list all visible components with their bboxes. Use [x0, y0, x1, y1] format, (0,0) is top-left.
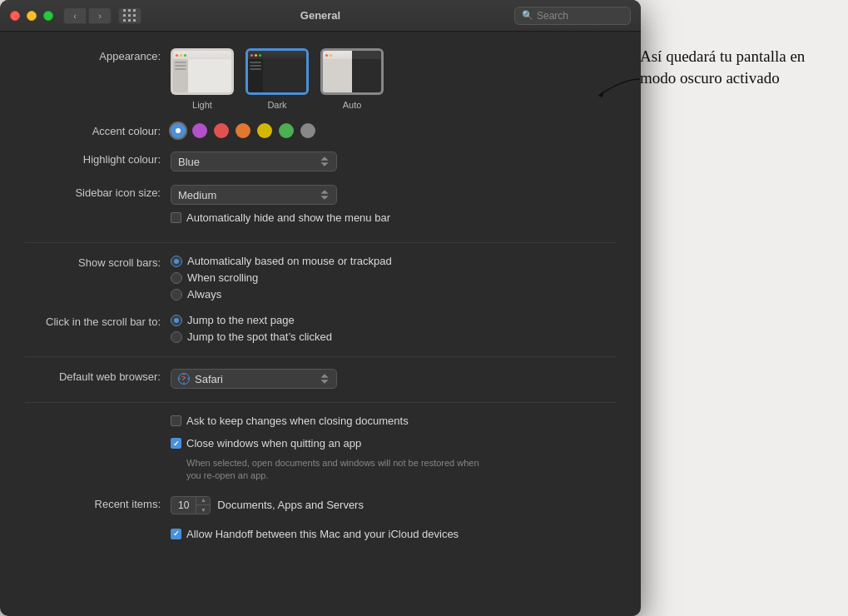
- accent-red[interactable]: [214, 123, 229, 138]
- default-browser-controls: Safari: [171, 369, 616, 389]
- thumb-dot-red: [176, 54, 178, 57]
- auto-hide-menu-label: Automatically hide and show the menu bar: [186, 211, 390, 224]
- light-thumb-main: [188, 59, 231, 95]
- maximize-button[interactable]: [43, 11, 53, 21]
- scroll-always-radio[interactable]: [171, 289, 182, 301]
- ask-keep-changes-label: Ask to keep changes when closing documen…: [186, 415, 409, 427]
- appearance-dark-label: Dark: [267, 100, 286, 110]
- scroll-when-scrolling-row: When scrolling: [171, 271, 616, 284]
- sidebar-icon-size-dropdown[interactable]: Medium: [171, 185, 337, 205]
- annotation-area: Así quedará tu pantalla en modo oscuro a…: [640, 46, 823, 88]
- show-scroll-bars-row: Show scroll bars: Automatically based on…: [25, 255, 616, 301]
- dark-thumb-dot-red: [250, 54, 253, 57]
- accent-colour-label: Accent colour:: [25, 123, 171, 137]
- forward-button[interactable]: ›: [88, 7, 112, 24]
- stepper-up[interactable]: ▲: [196, 496, 210, 505]
- safari-icon: [178, 373, 190, 385]
- handoff-controls: Allow Handoff between this Mac and your …: [171, 528, 616, 545]
- appearance-row: Appearance:: [25, 48, 616, 110]
- scroll-auto-label: Automatically based on mouse or trackpad: [187, 255, 392, 267]
- apps-grid-button[interactable]: [118, 7, 141, 24]
- dark-thumb-titlebar: [248, 51, 306, 59]
- accent-green[interactable]: [279, 123, 294, 138]
- jump-next-page-radio[interactable]: [171, 315, 182, 326]
- recent-items-row: Recent items: 10 ▲ ▼ Documents, Apps and…: [25, 496, 616, 514]
- auto-left-titlebar: [323, 51, 352, 59]
- appearance-dark-option[interactable]: Dark: [245, 48, 309, 110]
- ask-keep-changes-checkbox[interactable]: [171, 415, 181, 426]
- accent-purple[interactable]: [192, 123, 207, 138]
- close-button[interactable]: [10, 11, 20, 21]
- scroll-auto-radio[interactable]: [171, 256, 182, 267]
- highlight-colour-label: Highlight colour:: [25, 152, 171, 166]
- close-windows-helper: When selected, open documents and window…: [171, 457, 487, 483]
- handoff-checkbox-row: Allow Handoff between this Mac and your …: [171, 528, 616, 540]
- back-button[interactable]: ‹: [63, 7, 87, 24]
- ask-keep-changes-spacer: [25, 415, 171, 416]
- dropdown-arrows-icon: [320, 156, 330, 167]
- browser-value: Safari: [195, 373, 223, 385]
- jump-next-page-row: Jump to the next page: [171, 314, 616, 326]
- dark-sidebar-item-2: [250, 65, 261, 67]
- appearance-label: Appearance:: [25, 48, 171, 62]
- highlight-colour-dropdown[interactable]: Blue: [171, 152, 337, 171]
- show-scroll-bars-controls: Automatically based on mouse or trackpad…: [171, 255, 616, 301]
- jump-spot-clicked-radio[interactable]: [171, 331, 182, 343]
- close-windows-checkbox[interactable]: [171, 438, 181, 449]
- accent-colour-row: Accent colour:: [25, 123, 616, 138]
- divider-2: [25, 356, 616, 357]
- appearance-light-option[interactable]: Light: [171, 48, 234, 110]
- svg-marker-7: [320, 374, 328, 378]
- handoff-spacer: [25, 528, 171, 529]
- divider-1: [25, 242, 616, 243]
- show-scroll-bars-label: Show scroll bars:: [25, 255, 171, 269]
- search-input[interactable]: [537, 10, 623, 22]
- dark-thumb-dot-yellow: [255, 54, 257, 57]
- svg-line-6: [182, 378, 186, 380]
- auto-hide-menu-checkbox[interactable]: [171, 212, 181, 223]
- browser-dropdown-arrows: [320, 373, 330, 385]
- light-thumb-sidebar: [173, 59, 188, 95]
- scroll-when-scrolling-label: When scrolling: [187, 271, 258, 284]
- appearance-controls: Light: [171, 48, 616, 110]
- search-box[interactable]: 🔍: [514, 7, 631, 25]
- svg-marker-0: [320, 156, 328, 161]
- auto-hide-menu-row: Automatically hide and show the menu bar: [171, 211, 616, 224]
- appearance-auto-option[interactable]: Auto: [320, 48, 384, 110]
- auto-thumb-left: [323, 51, 352, 92]
- recent-items-stepper[interactable]: 10 ▲ ▼: [171, 496, 211, 514]
- svg-line-5: [181, 376, 186, 378]
- handoff-checkbox[interactable]: [171, 529, 181, 539]
- accent-graphite[interactable]: [300, 123, 315, 138]
- auto-right-titlebar: [352, 51, 381, 59]
- ask-keep-changes-row: Ask to keep changes when closing documen…: [25, 415, 616, 483]
- minimize-button[interactable]: [27, 11, 37, 21]
- system-preferences-window: ‹ › General 🔍 Appearance:: [0, 0, 641, 616]
- annotation-text: Así quedará tu pantalla en modo oscuro a…: [640, 46, 823, 88]
- nav-buttons: ‹ ›: [63, 7, 112, 24]
- appearance-options: Light: [171, 48, 616, 110]
- svg-marker-2: [320, 190, 328, 194]
- ask-keep-changes-controls: Ask to keep changes when closing documen…: [171, 415, 616, 483]
- scroll-always-row: Always: [171, 288, 616, 301]
- default-browser-dropdown[interactable]: Safari: [171, 369, 337, 389]
- stepper-down[interactable]: ▼: [196, 505, 210, 514]
- accent-orange[interactable]: [236, 123, 250, 138]
- scroll-when-scrolling-radio[interactable]: [171, 272, 182, 284]
- accent-yellow[interactable]: [257, 123, 272, 138]
- click-scroll-bar-radio-group: Jump to the next page Jump to the spot t…: [171, 314, 616, 343]
- grid-icon: [123, 9, 136, 22]
- window-title: General: [300, 9, 340, 22]
- accent-colour-controls: [171, 123, 616, 138]
- thumb-dot-green: [184, 54, 186, 57]
- sidebar-item-3: [175, 68, 186, 70]
- svg-marker-3: [320, 196, 328, 200]
- dark-thumb-main: [263, 59, 306, 95]
- close-windows-checkbox-row: Close windows when quitting an app: [171, 437, 616, 450]
- recent-items-value: 10: [171, 499, 196, 511]
- sidebar-dropdown-arrows-icon: [320, 189, 330, 201]
- auto-dot-yellow: [330, 54, 332, 57]
- dark-sidebar-item-3: [250, 68, 261, 70]
- accent-blue[interactable]: [171, 123, 186, 138]
- annotation-arrow-svg: [594, 71, 644, 104]
